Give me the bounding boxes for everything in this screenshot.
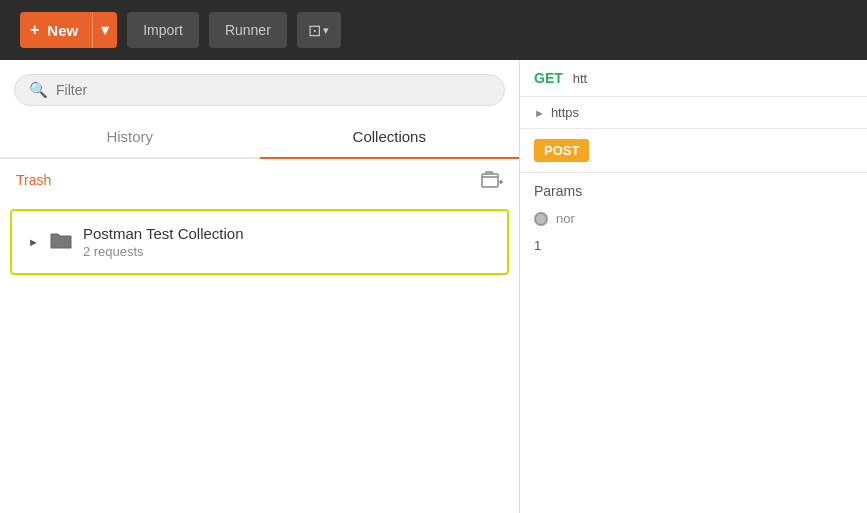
filter-input-wrap[interactable]: 🔍 <box>14 74 505 106</box>
number-value: 1 <box>534 238 541 253</box>
radio-row: nor <box>520 205 867 232</box>
filter-input[interactable] <box>56 82 490 98</box>
url-arrow-icon: ► <box>534 107 545 119</box>
tabs-row: History Collections <box>0 116 519 159</box>
import-button[interactable]: Import <box>127 12 199 48</box>
expand-arrow-icon: ► <box>28 236 39 248</box>
collection-info: Postman Test Collection 2 requests <box>83 225 244 259</box>
new-dropdown-arrow[interactable]: ▾ <box>93 12 117 48</box>
collection-name: Postman Test Collection <box>83 225 244 242</box>
collection-item[interactable]: ► Postman Test Collection 2 requests <box>10 209 509 275</box>
sidebar: 🔍 History Collections Trash <box>0 60 520 513</box>
runner-button[interactable]: Runner <box>209 12 287 48</box>
collection-list: ► Postman Test Collection 2 requests <box>0 201 519 283</box>
search-icon: 🔍 <box>29 81 48 99</box>
number-row: 1 <box>520 232 867 259</box>
url-partial: htt <box>573 71 587 86</box>
new-button[interactable]: + New ▾ <box>20 12 117 48</box>
post-row: POST <box>520 129 867 173</box>
new-button-label: New <box>47 22 78 39</box>
trash-link[interactable]: Trash <box>16 172 51 188</box>
get-bar: GET htt <box>520 60 867 97</box>
plus-icon: + <box>30 21 39 39</box>
post-method-badge: POST <box>534 139 589 162</box>
params-label: Params <box>520 173 867 205</box>
runner-label: Runner <box>225 22 271 38</box>
folder-icon <box>49 230 73 255</box>
svg-rect-0 <box>482 174 498 187</box>
sync-icon: ⊡ <box>308 21 321 40</box>
right-panel: GET htt ► https POST Params nor 1 <box>520 60 867 513</box>
toolbar: + New ▾ Import Runner ⊡ ▾ <box>0 0 867 60</box>
tab-collections[interactable]: Collections <box>260 116 520 157</box>
url-text: https <box>551 105 579 120</box>
url-row: ► https <box>520 97 867 129</box>
chevron-down-icon: ▾ <box>101 21 109 39</box>
tab-history[interactable]: History <box>0 116 260 157</box>
sync-dropdown-arrow: ▾ <box>323 24 329 37</box>
filter-bar: 🔍 <box>0 60 519 116</box>
sidebar-actions: Trash <box>0 159 519 201</box>
main-area: 🔍 History Collections Trash <box>0 60 867 513</box>
import-label: Import <box>143 22 183 38</box>
sync-button[interactable]: ⊡ ▾ <box>297 12 341 48</box>
new-collection-button[interactable] <box>481 169 503 191</box>
collection-meta: 2 requests <box>83 244 244 259</box>
get-method-badge: GET <box>534 70 563 86</box>
radio-button[interactable] <box>534 212 548 226</box>
radio-label: nor <box>556 211 575 226</box>
